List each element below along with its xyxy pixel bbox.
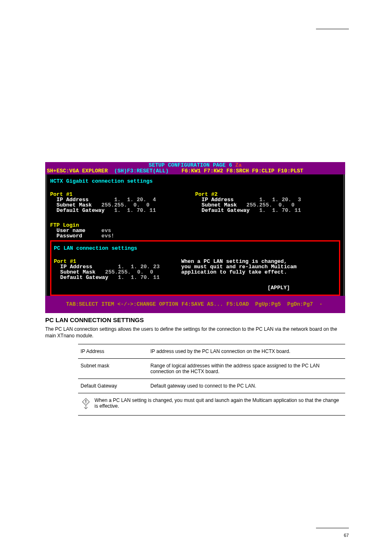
p2-gw-label: Default Gateway [202, 207, 250, 214]
menu-mid: (SH)F3:RESET(ALL) [114, 168, 169, 174]
header-rule [316, 29, 349, 29]
ftp-pw-label: Password [57, 233, 82, 239]
setting-label: Subnet mask [78, 359, 148, 379]
apply-button[interactable]: [APPLY] [267, 285, 290, 291]
page-number: 67 [344, 533, 349, 538]
help-line-3: application to fully take effect. [181, 269, 287, 275]
setting-label: IP Address [78, 344, 148, 359]
section-pclan-title: PC LAN connection settings [54, 246, 337, 251]
p1-gw: 1. 1. 70. 11 [108, 207, 156, 214]
svg-text:!: ! [85, 399, 87, 404]
port2-block: Port #2 IP Address 1. 1. 20. 3 Subnet Ma… [195, 186, 340, 213]
setting-desc: IP address used by the PC LAN connection… [148, 344, 345, 359]
terminal-title: SETUP CONFIGURATION PAGE 6 Za [45, 162, 345, 168]
footer-rule [316, 528, 349, 528]
ftp-pw: evs! [101, 233, 114, 239]
pc-lan-settings-section: PC LAN CONNECTION SETTINGS The PC LAN co… [45, 316, 345, 416]
setting-desc: Default gateway used to connect to the P… [148, 379, 345, 393]
table-row: !When a PC LAN setting is changed, you m… [78, 393, 345, 416]
ftp-block: FTP Login User name evs Password evs! [50, 217, 340, 239]
settings-table: IP AddressIP address used by the PC LAN … [78, 344, 345, 416]
menu-left: SH+ESC:VGA EXPLORER [47, 168, 108, 174]
table-row: Subnet maskRange of logical addresses wi… [78, 359, 345, 379]
note-icon: ! [81, 397, 95, 411]
terminal-screenshot: SETUP CONFIGURATION PAGE 6 Za SH+ESC:VGA… [45, 162, 345, 313]
settings-intro: The PC LAN connection settings allows th… [45, 326, 345, 339]
pc-port1-block: Port #1 IP Address 1. 1. 20. 23 Subnet M… [54, 253, 181, 280]
terminal-title-suffix: Za [235, 162, 242, 168]
port1-block: Port #1 IP Address 1. 1. 20. 4 Subnet Ma… [50, 186, 195, 213]
menu-right: F6:KW1 F7:KW2 F8:SRCH F9:CLIP F10:PLST [182, 168, 303, 174]
terminal-menubar: SH+ESC:VGA EXPLORER (SH)F3:RESET(ALL) F6… [45, 168, 345, 174]
pc-gw: 1. 1. 70. 11 [111, 274, 159, 281]
footer-text: TAB:SELECT ITEM <-/->:CHANGE OPTION F4:S… [66, 301, 323, 307]
table-row: IP AddressIP address used by the PC LAN … [78, 344, 345, 359]
pc-lan-highlighted-box: PC LAN connection settings Port #1 IP Ad… [50, 240, 340, 296]
setting-desc: Range of logical addresses within the ad… [148, 359, 345, 379]
pc-lan-help-text: When a PC LAN setting is changed, you mu… [181, 253, 297, 280]
p1-gw-label: Default Gateway [57, 207, 105, 214]
pc-gw-label: Default Gateway [60, 274, 108, 281]
terminal-title-text: SETUP CONFIGURATION PAGE 6 [149, 162, 232, 168]
setting-label: Default Gateway [78, 379, 148, 393]
p2-gw: 1. 1. 70. 11 [253, 207, 301, 214]
note-text: When a PC LAN setting is changed, you mu… [95, 397, 343, 409]
section-hctx-title: HCTX Gigabit connection settings [50, 179, 340, 184]
setting-desc: !When a PC LAN setting is changed, you m… [78, 393, 345, 416]
settings-heading: PC LAN CONNECTION SETTINGS [45, 316, 345, 323]
table-row: Default GatewayDefault gateway used to c… [78, 379, 345, 393]
terminal-footer: TAB:SELECT ITEM <-/->:CHANGE OPTION F4:S… [45, 296, 345, 313]
